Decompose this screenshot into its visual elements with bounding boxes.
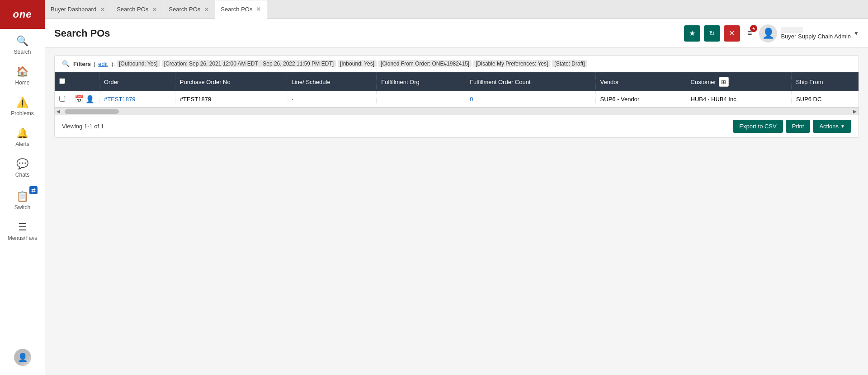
logo-text: one (13, 9, 32, 20)
tab-search-pos-2[interactable]: Search POs ✕ (163, 0, 215, 19)
chats-icon: 💬 (16, 158, 28, 170)
filter-tag-4: [Disable My Preferences: Yes] (473, 60, 550, 67)
th-vendor[interactable]: Vendor (595, 72, 686, 91)
close-icon: ✕ (729, 29, 735, 38)
row-order-cell: #TEST1879 (99, 91, 175, 108)
select-all-checkbox[interactable] (59, 78, 65, 84)
row-vendor: SUP6 - Vendor (600, 96, 640, 103)
scroll-left-arrow[interactable]: ◀ (57, 109, 60, 114)
search-panel: 🔍 Filters (edit): [Outbound: Yes] [Creat… (54, 55, 859, 138)
th-fulfillment-org[interactable]: Fulfillment Org (377, 72, 465, 91)
th-fulfillment-order-count[interactable]: Fulfillment Order Count (465, 72, 595, 91)
filter-bar: 🔍 Filters (edit): [Outbound: Yes] [Creat… (55, 56, 859, 72)
user-name-top (781, 27, 803, 33)
row-icons-cell: 📅 👤 (70, 91, 99, 108)
sidebar-item-avatar[interactable]: 👤 (0, 342, 45, 370)
export-csv-button[interactable]: Export to CSV (733, 120, 783, 133)
print-button[interactable]: Print (786, 120, 811, 133)
sidebar-item-menusfavs[interactable]: ☰ Menus/Favs (0, 215, 45, 246)
row-fulfillment-order-count-cell: 0 (465, 91, 595, 108)
row-vendor-cell: SUP6 - Vendor (595, 91, 686, 108)
sidebar-label-switch: Switch (14, 204, 30, 211)
order-link[interactable]: #TEST1879 (104, 96, 135, 103)
row-icons: 📅 👤 (75, 95, 94, 103)
tab-label-search-pos-1: Search POs (117, 6, 148, 13)
actions-button[interactable]: Actions ▼ (813, 120, 851, 133)
search-icon: 🔍 (16, 35, 28, 47)
tab-search-pos-1[interactable]: Search POs ✕ (111, 0, 163, 19)
row-checkbox[interactable] (59, 96, 65, 102)
header-avatar: 👤 (759, 24, 777, 42)
sidebar-item-home[interactable]: 🏠 Home (0, 60, 45, 90)
tab-close-buyer-dashboard[interactable]: ✕ (100, 6, 105, 13)
tab-search-pos-3[interactable]: Search POs ✕ (215, 0, 267, 19)
favorite-button[interactable]: ★ (684, 25, 700, 42)
table-footer: Viewing 1-1 of 1 Export to CSV Print Act… (55, 115, 859, 137)
row-fulfillment-org-cell (377, 91, 465, 108)
th-order[interactable]: Order (99, 72, 175, 91)
row-customer: HUB4 · HUB4 Inc. (691, 96, 738, 103)
table-header-row: Order Purchase Order No Line/ Schedule F… (55, 72, 859, 91)
filter-tag-5: [State: Draft] (552, 60, 587, 67)
scroll-right-arrow[interactable]: ▶ (853, 109, 857, 114)
switch-icon: 📋 (16, 191, 28, 202)
tab-label-search-pos-2: Search POs (169, 6, 200, 13)
tab-close-search-pos-2[interactable]: ✕ (204, 6, 209, 13)
filter-tag-1: [Creation: Sep 26, 2021 12:00 AM EDT - S… (162, 60, 336, 67)
sidebar-item-chats[interactable]: 💬 Chats (0, 152, 45, 183)
th-ship-from[interactable]: Ship From (792, 72, 859, 91)
actions-dropdown-arrow: ▼ (840, 124, 845, 129)
po-table: Order Purchase Order No Line/ Schedule F… (55, 72, 859, 108)
switch-badge: ⇄ (29, 186, 38, 194)
close-button[interactable]: ✕ (724, 25, 740, 42)
tab-close-search-pos-1[interactable]: ✕ (152, 6, 157, 13)
star-icon: ★ (689, 29, 695, 38)
user-info: Buyer Supply Chain Admin ▼ (781, 27, 859, 40)
tab-buyer-dashboard[interactable]: Buyer Dashboard ✕ (45, 0, 111, 19)
row-line-schedule: · (292, 96, 293, 103)
filter-edit-link[interactable]: edit (98, 61, 108, 67)
table-row: 📅 👤 #TEST1879 #TEST1879 · (55, 91, 859, 108)
table-scroll-area[interactable]: Order Purchase Order No Line/ Schedule F… (55, 72, 859, 108)
customer-label: Customer (691, 79, 716, 85)
filter-tag-3: [Cloned From Order: ONE#1982415] (378, 60, 472, 67)
scroll-thumb[interactable] (65, 109, 119, 114)
column-settings-icon[interactable]: ⊞ (719, 77, 729, 87)
actions-label: Actions (819, 123, 839, 130)
horizontal-scrollbar[interactable]: ◀ ▶ (55, 108, 859, 115)
th-line-schedule[interactable]: Line/ Schedule (287, 72, 377, 91)
viewing-info: Viewing 1-1 of 1 (62, 123, 104, 130)
th-po-no[interactable]: Purchase Order No (175, 72, 287, 91)
refresh-button[interactable]: ↻ (704, 25, 720, 42)
sidebar-item-alerts[interactable]: 🔔 Alerts (0, 121, 45, 152)
problems-icon: ⚠️ (16, 97, 28, 108)
content-area: 🔍 Filters (edit): [Outbound: Yes] [Creat… (45, 48, 868, 375)
sidebar-label-alerts: Alerts (15, 141, 29, 147)
sidebar-label-home: Home (15, 80, 29, 86)
user-name-bottom: Buyer Supply Chain Admin (781, 33, 851, 40)
row-checkbox-cell[interactable] (55, 91, 70, 108)
alerts-icon: 🔔 (16, 127, 28, 139)
th-icons (70, 72, 99, 91)
th-checkbox[interactable] (55, 72, 70, 91)
sidebar-item-problems[interactable]: ⚠️ Problems (0, 90, 45, 121)
sidebar-label-search: Search (14, 49, 31, 55)
notification-badge: ★ (750, 25, 757, 32)
sidebar-item-search[interactable]: 🔍 Search (0, 29, 45, 60)
th-customer[interactable]: Customer ⊞ (686, 72, 792, 91)
user-dropdown-arrow[interactable]: ▼ (854, 30, 859, 37)
sidebar-item-switch[interactable]: ⇄ 📋 Switch (0, 183, 45, 215)
footer-actions: Export to CSV Print Actions ▼ (733, 120, 851, 133)
filter-label: Filters (73, 61, 91, 67)
sidebar-label-chats: Chats (15, 172, 29, 178)
filter-tag-0: [Outbound: Yes] (117, 60, 160, 67)
header-actions: ★ ↻ ✕ ≡ ★ 👤 Buyer Supply Chain Admin ▼ (684, 24, 859, 42)
user-avatar: 👤 (14, 349, 31, 366)
person-icon: 👤 (85, 95, 94, 103)
main-panel: Buyer Dashboard ✕ Search POs ✕ Search PO… (45, 0, 868, 375)
notification-wrap: ≡ ★ (744, 27, 756, 40)
tab-close-search-pos-3[interactable]: ✕ (256, 5, 261, 13)
row-ship-from-cell: SUP6 DC (792, 91, 859, 108)
fulfillment-order-count-link[interactable]: 0 (470, 96, 473, 103)
row-line-schedule-cell: · (287, 91, 377, 108)
